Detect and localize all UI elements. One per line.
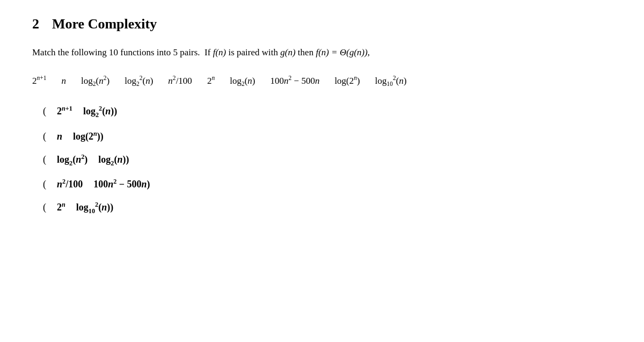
pair-5-left: 2n <box>57 201 65 213</box>
pair-2-right: log(2n)) <box>73 130 104 142</box>
pair-3-right: log2(n)) <box>98 154 129 168</box>
pair-2-paren-open: ( <box>43 131 46 142</box>
pair-1-paren-open: ( <box>43 106 46 117</box>
func-3: log2(n2) <box>81 75 109 88</box>
func-9: log(2n) <box>334 75 360 86</box>
pair-row-4: ( n2/100 100n2 − 500n) <box>43 178 612 190</box>
pair-row-5: ( 2n log102(n)) <box>43 201 612 215</box>
pair-1-left: 2n+1 <box>57 105 72 117</box>
pairs-section: ( 2n+1 log22(n)) ( n log(2n)) ( log2(n2)… <box>32 105 612 215</box>
pair-5-paren-open: ( <box>43 202 46 213</box>
section-header: 2 More Complexity <box>32 16 612 32</box>
pair-2-left: n <box>57 131 62 142</box>
intro-paragraph: Match the following 10 functions into 5 … <box>32 45 612 60</box>
pair-5-right: log102(n)) <box>76 201 113 215</box>
func-4: log22(n) <box>125 75 153 88</box>
pair-row-2: ( n log(2n)) <box>43 130 612 142</box>
pair-4-left: n2/100 <box>57 178 83 190</box>
functions-row: 2n+1 n log2(n2) log22(n) n2/100 2n log2(… <box>32 75 612 88</box>
pair-3-paren-open: ( <box>43 154 46 165</box>
equation: f(n) = Θ(g(n)), <box>316 47 370 57</box>
fn-g: g(n) <box>280 47 295 57</box>
func-7: log2(n) <box>230 76 255 88</box>
pair-1-right: log22(n)) <box>83 105 117 119</box>
pair-4-right: 100n2 − 500n) <box>93 178 150 190</box>
fn-f: f(n) <box>213 47 226 57</box>
pair-4-paren-open: ( <box>43 179 46 190</box>
section-container: 2 More Complexity Match the following 10… <box>32 16 612 215</box>
section-number: 2 <box>32 16 39 32</box>
func-8: 100n2 − 500n <box>270 75 320 86</box>
pair-3-left: log2(n2) <box>57 153 87 168</box>
pair-row-1: ( 2n+1 log22(n)) <box>43 105 612 119</box>
func-1: 2n+1 <box>32 75 47 86</box>
func-10: log102(n) <box>375 75 407 88</box>
func-2: n <box>62 76 67 86</box>
func-6: 2n <box>207 75 215 86</box>
section-title: More Complexity <box>52 16 157 32</box>
pair-row-3: ( log2(n2) log2(n)) <box>43 153 612 168</box>
func-5: n2/100 <box>168 75 192 86</box>
